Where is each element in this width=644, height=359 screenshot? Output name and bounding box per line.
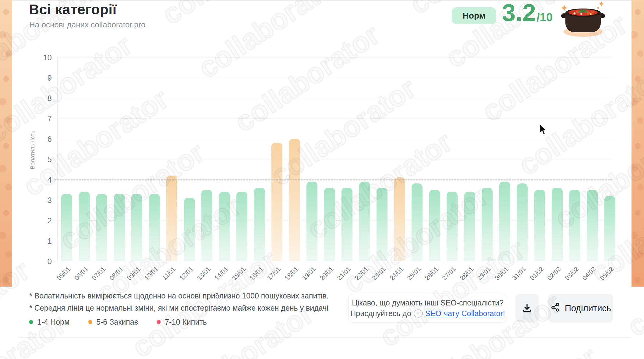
chart-bar[interactable]: [517, 183, 528, 261]
chart-bar[interactable]: [587, 190, 598, 261]
page-subtitle: На основі даних collaborator.pro: [29, 20, 146, 30]
y-tick-label: 0: [27, 257, 52, 266]
chart-bar[interactable]: [271, 143, 282, 261]
y-tick-label: 7: [27, 114, 52, 124]
chart-bar[interactable]: [254, 188, 265, 261]
gridline-8: [54, 98, 612, 98]
status-badge: Норм: [452, 7, 496, 24]
legend-item-boiling: 7-10 Кипить: [157, 318, 207, 326]
gridline-6: [54, 139, 612, 139]
cta-join-line: Приєднуйтесь до ··· SEO-чату Collaborato…: [350, 309, 505, 318]
chart-bar[interactable]: [604, 196, 615, 261]
share-button[interactable]: Поділитись: [548, 294, 613, 322]
y-tick-label: 6: [27, 134, 52, 144]
cta-question: Цікаво, що думають інші SEO-спеціалісти?: [352, 298, 504, 307]
gridline-7: [54, 118, 612, 119]
watermark-text: collaborator: [446, 340, 603, 359]
chart-bar[interactable]: [166, 176, 177, 261]
volatility-score: 3.2 /10: [502, 1, 553, 25]
legend-dot-green: [29, 320, 33, 324]
y-tick-label: 3: [27, 196, 52, 205]
legend-label: 1-4 Норм: [37, 318, 69, 326]
card-bottom-divider: [18, 335, 631, 338]
watermark-text: collaborator: [0, 307, 72, 359]
borscht-pot-illustration: [560, 0, 606, 39]
gridline-5: [54, 159, 612, 159]
chart-bar[interactable]: [201, 190, 212, 261]
normal-level-dashed-line: [54, 180, 612, 180]
chart-bar[interactable]: [569, 190, 580, 261]
chart-bar[interactable]: [79, 192, 90, 261]
y-tick-label: 8: [27, 94, 52, 103]
chart-legend: 1-4 Норм 5-6 Закипає 7-10 Кипить: [29, 318, 207, 326]
seo-chat-cta-card: Цікаво, що думають інші SEO-спеціалісти?…: [348, 294, 507, 322]
legend-label: 7-10 Кипить: [165, 318, 207, 326]
chart-bar[interactable]: [429, 190, 440, 261]
seo-chat-link[interactable]: SEO-чату Collaborator!: [425, 309, 505, 318]
legend-item-norm: 1-4 Норм: [29, 318, 69, 326]
watermark-text: collaborator: [156, 0, 313, 31]
chart-bar[interactable]: [289, 139, 300, 261]
chart-bar[interactable]: [61, 194, 72, 261]
chart-bar[interactable]: [447, 192, 458, 261]
volatility-bar-chart: 01234567891005/0106/0107/0108/0109/0110/…: [57, 57, 621, 261]
chart-bar[interactable]: [499, 182, 510, 261]
decorative-right-band: [632, 0, 644, 287]
chart-bar[interactable]: [412, 183, 423, 261]
y-tick-label: 1: [27, 236, 52, 246]
chart-bar[interactable]: [219, 192, 230, 261]
decorative-left-band: [0, 0, 12, 287]
chart-bar[interactable]: [131, 194, 142, 261]
chart-bar[interactable]: [114, 194, 125, 261]
watermark-text: collaborator: [199, 350, 356, 359]
score-value: 3.2: [502, 1, 536, 25]
chart-bar[interactable]: [377, 188, 387, 261]
chart-bar[interactable]: [184, 198, 195, 261]
chart-bar[interactable]: [464, 192, 475, 261]
download-button[interactable]: [515, 294, 539, 322]
share-button-label: Поділитись: [565, 303, 611, 313]
legend-label: 5-6 Закипає: [96, 318, 138, 326]
speech-bubble-icon: ···: [414, 309, 423, 318]
legend-item-boiling-up: 5-6 Закипає: [88, 318, 138, 326]
download-icon: [521, 302, 533, 315]
chart-bar[interactable]: [482, 188, 493, 261]
chart-bar[interactable]: [149, 194, 160, 261]
share-nodes-icon: [550, 302, 561, 315]
y-tick-label: 5: [27, 155, 52, 164]
gridline-10: [54, 57, 612, 58]
y-axis-title: Волатильність: [29, 120, 36, 180]
legend-dot-red: [157, 320, 161, 324]
footnote-average-line: * Середня лінія це нормальні зміни, які …: [29, 304, 328, 312]
y-tick-label: 10: [27, 53, 52, 62]
chart-bar[interactable]: [534, 190, 545, 261]
chart-bar[interactable]: [394, 177, 405, 261]
gridline-0: [54, 261, 618, 261]
chart-bar[interactable]: [306, 182, 317, 261]
chart-bar[interactable]: [552, 188, 563, 261]
chart-bar[interactable]: [236, 192, 247, 261]
y-tick-label: 4: [27, 175, 52, 185]
chart-bar[interactable]: [96, 194, 107, 261]
chart-bar[interactable]: [341, 188, 352, 261]
chart-bar[interactable]: [359, 182, 370, 261]
footnote-measurement: * Волатильність вимірюється щоденно на о…: [29, 291, 329, 300]
gridline-9: [54, 78, 612, 78]
legend-dot-orange: [88, 320, 92, 324]
page-title: Всі категорії: [29, 1, 117, 18]
cta-join-prefix: Приєднуйтесь до: [350, 309, 411, 318]
y-tick-label: 2: [27, 216, 52, 225]
score-max: /10: [536, 12, 553, 23]
chart-bar[interactable]: [324, 188, 335, 261]
y-tick-label: 9: [27, 73, 52, 83]
